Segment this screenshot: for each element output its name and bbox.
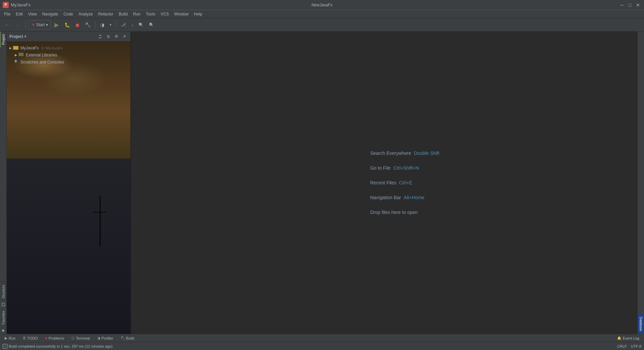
- strip-spacer-1: [0, 47, 6, 282]
- menu-vcs[interactable]: VCS: [158, 11, 172, 17]
- project-panel: Project ▾ ⚙ ✕: [7, 32, 131, 334]
- search-everywhere-shortcut: Double Shift: [414, 150, 439, 156]
- event-log-label: Event Log: [623, 336, 639, 340]
- sidebar-item-project[interactable]: Project: [0, 32, 6, 47]
- tree-path-myjavafx: E:\MyJavaFx: [42, 46, 63, 50]
- bookmark-icon: [1, 302, 6, 307]
- goto-file-label: Go to File: [370, 165, 391, 171]
- project-panel-title[interactable]: Project ▾: [9, 34, 26, 39]
- run-button[interactable]: ▶: [52, 20, 61, 30]
- problems-tab-icon: ●: [45, 336, 47, 340]
- database-tab[interactable]: Database: [638, 314, 644, 334]
- menu-navigate[interactable]: Navigate: [40, 11, 61, 17]
- tree-item-myjavafx[interactable]: ▶ MyJavaFx E:\MyJavaFx: [7, 44, 130, 51]
- menu-view[interactable]: View: [25, 11, 40, 17]
- bottom-toolbar: ▶ Run ☰ TODO ● Problems ⬡ Terminal ◑ Pro…: [0, 334, 644, 342]
- sidebar-item-structure[interactable]: Structure: [0, 282, 6, 301]
- tree-item-external-libraries[interactable]: ▶ External Libraries: [7, 51, 130, 58]
- tab-problems[interactable]: ● Problems: [42, 335, 68, 342]
- run-config-dropdown[interactable]: ▾: [46, 23, 48, 27]
- menu-window[interactable]: Window: [171, 11, 191, 17]
- svg-rect-5: [21, 53, 22, 56]
- app-logo: P MyJavaFx: [3, 2, 31, 8]
- tree-item-scratches[interactable]: ▶ Scratches and Consoles: [7, 58, 130, 65]
- menu-build[interactable]: Build: [116, 11, 130, 17]
- toolbar-sep-1: [25, 21, 26, 29]
- status-bar-right: CRLF UTF-8: [617, 344, 641, 348]
- profile-button[interactable]: ◑: [98, 20, 106, 30]
- tab-build[interactable]: 🔨 Build: [117, 335, 138, 342]
- profiler-tab-icon: ◑: [97, 336, 100, 340]
- menu-analyze[interactable]: Analyze: [76, 11, 96, 17]
- encoding-indicator: UTF-8: [631, 344, 641, 348]
- menu-bar: File Edit View Navigate Code Analyze Ref…: [0, 10, 644, 18]
- git-button[interactable]: ⎇: [119, 20, 128, 30]
- svg-rect-4: [20, 53, 21, 56]
- left-strip-icon-1[interactable]: [0, 301, 6, 308]
- project-title-dropdown[interactable]: ▾: [24, 35, 26, 38]
- menu-run[interactable]: Run: [130, 11, 143, 17]
- right-sidebar-strip: Database: [637, 32, 644, 334]
- close-button[interactable]: ✕: [635, 2, 641, 8]
- profile-dropdown[interactable]: ▾: [108, 20, 113, 30]
- collapse-all-btn[interactable]: [97, 33, 104, 40]
- crossarm-1: [93, 212, 106, 213]
- menu-edit[interactable]: Edit: [13, 11, 25, 17]
- toolbar-sep-2: [95, 21, 96, 29]
- tree-label-myjavafx: MyJavaFx: [20, 46, 39, 50]
- left-vertical-strip: Project Structure Favorites ★: [0, 32, 7, 334]
- event-log-icon: 🔔: [617, 336, 621, 340]
- build-button[interactable]: 🔨: [83, 20, 93, 30]
- build-tab-icon: 🔨: [121, 336, 125, 340]
- menu-code[interactable]: Code: [61, 11, 76, 17]
- todo-tab-icon: ☰: [23, 336, 26, 340]
- build-status-text: Build completed successfully in 1 sec, 2…: [9, 344, 112, 348]
- toolbar-forward-btn[interactable]: →: [13, 20, 23, 30]
- run-config-indicator: ✕: [32, 23, 35, 27]
- git-update[interactable]: ↓: [129, 20, 135, 30]
- pole-1: [100, 196, 101, 246]
- tree-label-scratches: Scratches and Consoles: [20, 60, 64, 64]
- menu-refactor[interactable]: Refactor: [96, 11, 116, 17]
- menu-tools[interactable]: Tools: [143, 11, 158, 17]
- left-strip-icon-star[interactable]: ★: [0, 327, 6, 334]
- sidebar-item-favorites[interactable]: Favorites: [0, 308, 6, 327]
- welcome-row-search: Search Everywhere Double Shift: [370, 150, 439, 156]
- goto-file-shortcut: Ctrl+Shift+N: [393, 165, 419, 171]
- settings-btn[interactable]: ⚙: [113, 33, 120, 40]
- project-panel-header: Project ▾ ⚙ ✕: [7, 32, 130, 42]
- todo-tab-label: TODO: [27, 336, 38, 340]
- maximize-button[interactable]: □: [627, 2, 633, 8]
- tab-terminal[interactable]: ⬡ Terminal: [68, 335, 93, 342]
- close-icon: ✕: [123, 34, 126, 39]
- recent-files-shortcut: Ctrl+E: [399, 180, 412, 185]
- minimize-button[interactable]: ─: [619, 2, 625, 8]
- problems-tab-label: Problems: [49, 336, 64, 340]
- toolbar: ← → ✕ Start ▾ ▶ 🐛 ◼ 🔨 ◑ ▾ ⎇ ↓ 🔍 🔍: [0, 18, 644, 32]
- svg-point-7: [15, 60, 16, 61]
- tab-run[interactable]: ▶ Run: [1, 335, 19, 342]
- tree-content: ▶ MyJavaFx E:\MyJavaFx ▶: [7, 43, 130, 65]
- toolbar-back-btn[interactable]: ←: [3, 20, 12, 30]
- tab-todo[interactable]: ☰ TODO: [19, 335, 41, 342]
- expand-all-btn[interactable]: [105, 33, 112, 40]
- find-button[interactable]: 🔍: [137, 20, 146, 30]
- welcome-content: Search Everywhere Double Shift Go to Fil…: [370, 150, 439, 215]
- run-configuration[interactable]: ✕ Start ▾: [29, 20, 51, 30]
- expand-icon: [106, 35, 110, 39]
- run-tab-label: Run: [9, 336, 15, 340]
- tab-event-log[interactable]: 🔔 Event Log: [614, 335, 643, 342]
- stop-button[interactable]: ◼: [73, 20, 82, 30]
- hide-panel-btn[interactable]: ✕: [121, 33, 128, 40]
- line-ending-indicator[interactable]: CRLF: [617, 344, 627, 348]
- tab-profiler[interactable]: ◑ Profiler: [94, 335, 117, 342]
- menu-help[interactable]: Help: [191, 11, 205, 17]
- expand-arrow-external: ▶: [15, 53, 17, 57]
- search-everywhere[interactable]: 🔍: [147, 20, 156, 30]
- toolbar-sep-3: [116, 21, 116, 29]
- sky-bottom: [7, 159, 130, 334]
- gear-icon: ⚙: [115, 34, 118, 39]
- menu-file[interactable]: File: [1, 11, 13, 17]
- debug-button[interactable]: 🐛: [62, 20, 72, 30]
- svg-rect-2: [13, 47, 15, 47]
